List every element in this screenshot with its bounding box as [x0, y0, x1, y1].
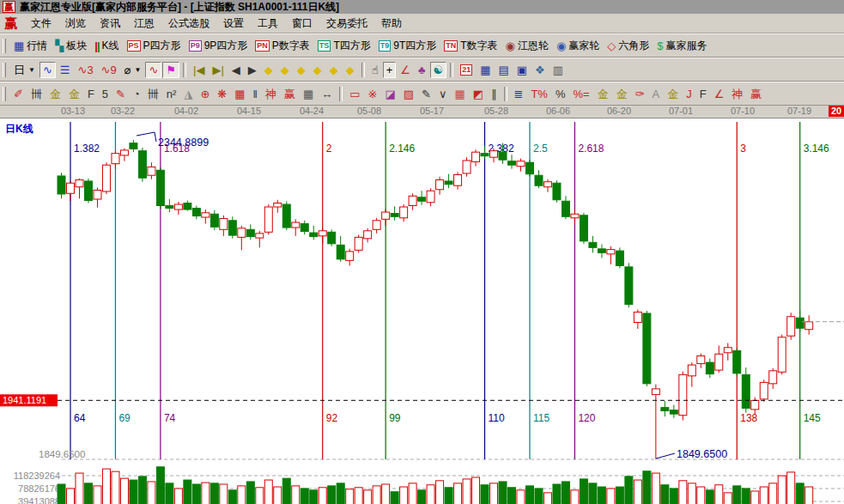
draw-shen-angle-tool[interactable]: 神	[728, 86, 746, 102]
draw-pen-tool[interactable]: ✐	[10, 86, 27, 102]
red-wave-button[interactable]: ∿	[145, 62, 161, 78]
shift-right-button[interactable]: ◆	[277, 62, 293, 78]
save-button[interactable]: ▣	[513, 62, 531, 78]
draw-redgrid-tool[interactable]: ▦	[451, 86, 468, 102]
draw-pencil-tool[interactable]: ✎	[418, 86, 434, 102]
menu-item-5[interactable]: 公式选股	[161, 15, 216, 33]
menu-item-9[interactable]: 交易委托	[319, 15, 374, 33]
draw-circle-cross-tool[interactable]: ⊕	[197, 86, 213, 102]
p-square-button[interactable]: PSP四方形	[124, 37, 185, 55]
draw-gold-grid2-tool[interactable]: 金	[65, 86, 83, 102]
draw-fan-tool[interactable]: ◪	[381, 86, 398, 102]
memo-button[interactable]: ▤	[495, 62, 512, 78]
draw-web-tool[interactable]: ▦	[231, 86, 248, 102]
info-panel-button[interactable]: ☰	[57, 62, 74, 78]
next-page-button[interactable]: ▶	[245, 62, 260, 78]
draw-comb-tool[interactable]: 卌	[144, 86, 162, 102]
winner-service-button[interactable]: $赢家服务	[653, 37, 710, 55]
menu-item-7[interactable]: 工具	[251, 15, 285, 33]
draw-gold-angle-tool[interactable]: 金	[664, 86, 682, 102]
draw-5-grid-tool[interactable]: 5	[99, 86, 112, 102]
angle-tool-button[interactable]: ∠	[397, 62, 414, 78]
crosshair-button[interactable]: +	[383, 62, 397, 78]
draw-f-grid-tool-icon: F	[88, 88, 94, 100]
analysis-button[interactable]: ☯	[430, 62, 447, 78]
draw-a-tool[interactable]: A	[649, 86, 664, 102]
draw-star-tool[interactable]: ❋	[214, 86, 230, 102]
winner-wheel-button[interactable]: ◉赢家轮	[553, 37, 603, 55]
draw-grid2-tool-icon: ▦	[303, 88, 313, 100]
calendar-button[interactable]: 21	[457, 63, 476, 77]
draw-brush-tool[interactable]: ✑	[632, 86, 648, 102]
draw-f-grid-tool[interactable]: F	[84, 86, 98, 102]
last-page-button[interactable]: ▶|	[209, 62, 227, 78]
measure-tool-button[interactable]: ♣	[415, 62, 429, 78]
draw-grid-tool[interactable]: 卌	[27, 86, 46, 102]
volume-flag-button[interactable]: ⚑	[162, 62, 179, 78]
draw-angle-tool[interactable]: ∠	[711, 86, 728, 102]
draw-hatch-tool[interactable]: ▨	[400, 86, 417, 102]
sectors-button[interactable]: ▚板块	[52, 37, 90, 55]
menu-item-8[interactable]: 窗口	[285, 15, 319, 33]
p-table-button[interactable]: PNP数字表	[252, 37, 313, 55]
draw-zigzag-tool[interactable]: ∨	[435, 86, 451, 102]
shift-left-button[interactable]: ◆	[261, 62, 276, 78]
hexagon-button[interactable]: ◇六角形	[604, 37, 653, 55]
volume-bar	[670, 489, 677, 504]
t-square-button[interactable]: TST四方形	[314, 37, 374, 55]
prev-page-button[interactable]: ◀	[228, 62, 244, 78]
print-button[interactable]: ▥	[550, 62, 567, 78]
menu-item-4[interactable]: 江恩	[127, 15, 161, 33]
draw-win-tool[interactable]: 赢	[281, 86, 299, 102]
draw-corner-tool[interactable]: ◩	[470, 86, 487, 102]
draw-triangle-tool[interactable]: ◮	[180, 86, 196, 102]
kline-button[interactable]: ||K线	[91, 37, 122, 55]
expand-x-button[interactable]: ◆	[294, 62, 309, 78]
period-day-button[interactable]: 日▼	[10, 62, 39, 78]
t-table-button[interactable]: TNT数字表	[440, 37, 501, 55]
zoom-out-button[interactable]: ◆	[326, 62, 342, 78]
menu-item-10[interactable]: 帮助	[374, 15, 409, 33]
gann-wheel-button[interactable]: ◉江恩轮	[502, 37, 552, 55]
draw-lines-tool[interactable]: ∥	[488, 86, 501, 102]
draw-cycle-tool[interactable]: ◔	[130, 86, 143, 102]
draw-f-angle-tool[interactable]: F	[696, 86, 710, 102]
draw-pen2-tool[interactable]: ✎	[112, 86, 129, 102]
p9-square-button[interactable]: P99P四方形	[185, 37, 252, 55]
draw-n2-tool[interactable]: n²	[163, 86, 180, 102]
draw-gold-lines-tool[interactable]: 金	[613, 86, 631, 102]
draw-gold-grid-tool[interactable]: 金	[46, 86, 64, 102]
draw-zigzag-tool-icon: ∨	[439, 88, 447, 100]
draw-gold-circle-tool[interactable]: 金	[594, 86, 612, 102]
quotes-button[interactable]: ▦行情	[10, 37, 51, 55]
zoom-in-button[interactable]: ◆	[343, 62, 358, 78]
draw-comb-tool-icon: 卌	[148, 88, 159, 100]
wave-3-button[interactable]: ∿3	[74, 62, 96, 78]
draw-chart-tool[interactable]: ≣	[511, 86, 527, 102]
menu-item-6[interactable]: 设置	[216, 15, 251, 33]
compress-x-button[interactable]: ◆	[310, 62, 325, 78]
menu-item-3[interactable]: 资讯	[93, 15, 127, 33]
draw-j-angle-tool[interactable]: J	[683, 86, 695, 102]
trend-curve-button[interactable]: ∿	[39, 62, 56, 78]
first-page-button[interactable]: |◀	[190, 62, 208, 78]
menu-item-2[interactable]: 浏览	[58, 15, 93, 33]
t9-square-button[interactable]: T99T四方形	[375, 37, 440, 55]
draw-percent-tool[interactable]: %	[552, 86, 569, 102]
draw-width-tool[interactable]: ↔	[318, 86, 336, 102]
draw-shen-tool[interactable]: 神	[262, 86, 280, 102]
draw-bars-tool[interactable]: ‖	[250, 86, 261, 102]
send-web-button[interactable]: ❖	[531, 62, 549, 78]
calculator-button[interactable]: ▦	[477, 62, 494, 78]
draw-rays-tool[interactable]: ※	[365, 86, 381, 102]
draw-box-tool[interactable]: ▭	[346, 86, 363, 102]
draw-tpercent-tool[interactable]: T%	[527, 86, 551, 102]
wave-9-button[interactable]: ∿9	[98, 62, 120, 78]
menu-item-1[interactable]: 文件	[24, 15, 58, 33]
candle-style-button[interactable]: ⌀▼	[121, 62, 145, 78]
hand-tool-button[interactable]: ☝	[368, 62, 382, 78]
draw-win-angle-tool[interactable]: 赢	[747, 86, 765, 102]
draw-percent-lines-tool[interactable]: %=	[569, 86, 592, 102]
volume-bar	[246, 482, 254, 504]
draw-grid2-tool[interactable]: ▦	[300, 86, 317, 102]
